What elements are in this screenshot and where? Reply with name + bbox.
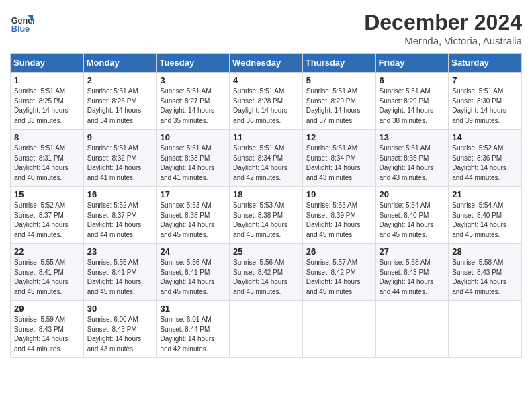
day-header-saturday: Saturday <box>449 54 522 73</box>
day-number: 13 <box>380 132 445 142</box>
calendar-cell: 11 Sunrise: 5:51 AMSunset: 8:34 PMDaylig… <box>230 130 303 187</box>
calendar-cell: 29 Sunrise: 5:59 AMSunset: 8:43 PMDaylig… <box>11 301 84 358</box>
day-detail: Sunrise: 5:55 AMSunset: 8:41 PMDaylight:… <box>87 259 142 295</box>
day-detail: Sunrise: 5:59 AMSunset: 8:43 PMDaylight:… <box>14 316 69 353</box>
calendar-cell: 26 Sunrise: 5:57 AMSunset: 8:42 PMDaylig… <box>302 244 375 301</box>
day-header-friday: Friday <box>375 54 449 73</box>
day-detail: Sunrise: 5:51 AMSunset: 8:35 PMDaylight:… <box>380 144 434 181</box>
calendar-cell: 12 Sunrise: 5:51 AMSunset: 8:34 PMDaylig… <box>302 130 375 187</box>
calendar-cell: 10 Sunrise: 5:51 AMSunset: 8:33 PMDaylig… <box>157 130 230 187</box>
calendar-cell: 30 Sunrise: 6:00 AMSunset: 8:43 PMDaylig… <box>83 301 157 358</box>
day-number: 4 <box>233 75 299 85</box>
day-number: 10 <box>160 132 226 142</box>
day-number: 16 <box>87 189 153 199</box>
day-detail: Sunrise: 5:53 AMSunset: 8:38 PMDaylight:… <box>160 201 214 238</box>
day-number: 22 <box>14 246 80 257</box>
day-number: 14 <box>452 132 518 142</box>
day-detail: Sunrise: 5:52 AMSunset: 8:37 PMDaylight:… <box>87 201 142 238</box>
calendar-cell: 23 Sunrise: 5:55 AMSunset: 8:41 PMDaylig… <box>83 244 157 301</box>
calendar-cell: 7 Sunrise: 5:51 AMSunset: 8:30 PMDayligh… <box>449 73 522 130</box>
day-detail: Sunrise: 5:58 AMSunset: 8:43 PMDaylight:… <box>380 259 434 295</box>
month-title: December 2024 <box>364 10 522 35</box>
day-number: 20 <box>380 189 445 199</box>
day-number: 7 <box>452 75 518 85</box>
calendar-cell: 20 Sunrise: 5:54 AMSunset: 8:40 PMDaylig… <box>375 187 449 244</box>
calendar-cell: 6 Sunrise: 5:51 AMSunset: 8:29 PMDayligh… <box>375 73 449 130</box>
day-detail: Sunrise: 5:51 AMSunset: 8:29 PMDaylight:… <box>306 87 361 124</box>
day-number: 8 <box>14 132 80 142</box>
day-detail: Sunrise: 5:54 AMSunset: 8:40 PMDaylight:… <box>452 201 506 238</box>
calendar-cell: 22 Sunrise: 5:55 AMSunset: 8:41 PMDaylig… <box>11 244 84 301</box>
calendar-cell: 8 Sunrise: 5:51 AMSunset: 8:31 PMDayligh… <box>11 130 84 187</box>
day-detail: Sunrise: 5:56 AMSunset: 8:42 PMDaylight:… <box>233 259 287 295</box>
calendar-cell <box>375 301 449 358</box>
day-header-tuesday: Tuesday <box>157 54 230 73</box>
calendar-week-row: 22 Sunrise: 5:55 AMSunset: 8:41 PMDaylig… <box>11 244 522 301</box>
day-number: 2 <box>87 75 153 85</box>
location-title: Mernda, Victoria, Australia <box>364 35 522 46</box>
day-header-thursday: Thursday <box>302 54 375 73</box>
calendar-cell: 16 Sunrise: 5:52 AMSunset: 8:37 PMDaylig… <box>83 187 157 244</box>
day-detail: Sunrise: 5:51 AMSunset: 8:26 PMDaylight:… <box>87 87 142 124</box>
calendar-cell: 24 Sunrise: 5:56 AMSunset: 8:41 PMDaylig… <box>157 244 230 301</box>
day-number: 18 <box>233 189 299 199</box>
calendar-header-row: SundayMondayTuesdayWednesdayThursdayFrid… <box>11 54 522 73</box>
day-header-monday: Monday <box>83 54 157 73</box>
day-number: 31 <box>160 304 226 314</box>
calendar-cell: 19 Sunrise: 5:53 AMSunset: 8:39 PMDaylig… <box>302 187 375 244</box>
calendar-cell: 5 Sunrise: 5:51 AMSunset: 8:29 PMDayligh… <box>302 73 375 130</box>
day-number: 27 <box>380 246 445 257</box>
day-number: 17 <box>160 189 226 199</box>
day-number: 21 <box>452 189 518 199</box>
calendar-cell: 2 Sunrise: 5:51 AMSunset: 8:26 PMDayligh… <box>83 73 157 130</box>
day-detail: Sunrise: 5:53 AMSunset: 8:39 PMDaylight:… <box>306 201 361 238</box>
calendar-cell: 14 Sunrise: 5:52 AMSunset: 8:36 PMDaylig… <box>449 130 522 187</box>
calendar-week-row: 15 Sunrise: 5:52 AMSunset: 8:37 PMDaylig… <box>11 187 522 244</box>
day-number: 26 <box>306 246 372 257</box>
day-detail: Sunrise: 5:51 AMSunset: 8:31 PMDaylight:… <box>14 144 69 181</box>
day-detail: Sunrise: 5:58 AMSunset: 8:43 PMDaylight:… <box>452 259 506 295</box>
day-detail: Sunrise: 5:56 AMSunset: 8:41 PMDaylight:… <box>160 259 214 295</box>
calendar-cell: 31 Sunrise: 6:01 AMSunset: 8:44 PMDaylig… <box>157 301 230 358</box>
calendar-cell: 27 Sunrise: 5:58 AMSunset: 8:43 PMDaylig… <box>375 244 449 301</box>
day-detail: Sunrise: 5:52 AMSunset: 8:36 PMDaylight:… <box>452 144 506 181</box>
calendar-cell: 4 Sunrise: 5:51 AMSunset: 8:28 PMDayligh… <box>230 73 303 130</box>
day-detail: Sunrise: 6:01 AMSunset: 8:44 PMDaylight:… <box>160 316 214 353</box>
day-detail: Sunrise: 5:51 AMSunset: 8:32 PMDaylight:… <box>87 144 142 181</box>
day-detail: Sunrise: 5:51 AMSunset: 8:25 PMDaylight:… <box>14 87 69 124</box>
calendar-cell: 3 Sunrise: 5:51 AMSunset: 8:27 PMDayligh… <box>157 73 230 130</box>
day-detail: Sunrise: 5:51 AMSunset: 8:33 PMDaylight:… <box>160 144 214 181</box>
day-number: 5 <box>306 75 372 85</box>
day-detail: Sunrise: 5:51 AMSunset: 8:28 PMDaylight:… <box>233 87 287 124</box>
calendar-cell: 28 Sunrise: 5:58 AMSunset: 8:43 PMDaylig… <box>449 244 522 301</box>
calendar-body: 1 Sunrise: 5:51 AMSunset: 8:25 PMDayligh… <box>11 73 522 358</box>
calendar-week-row: 29 Sunrise: 5:59 AMSunset: 8:43 PMDaylig… <box>11 301 522 358</box>
day-detail: Sunrise: 6:00 AMSunset: 8:43 PMDaylight:… <box>87 316 142 353</box>
day-number: 29 <box>14 304 80 314</box>
logo: General Blue <box>10 10 34 34</box>
calendar-cell <box>449 301 522 358</box>
calendar-cell: 9 Sunrise: 5:51 AMSunset: 8:32 PMDayligh… <box>83 130 157 187</box>
day-detail: Sunrise: 5:51 AMSunset: 8:34 PMDaylight:… <box>306 144 361 181</box>
day-number: 11 <box>233 132 299 142</box>
day-detail: Sunrise: 5:51 AMSunset: 8:29 PMDaylight:… <box>380 87 434 124</box>
calendar-cell <box>302 301 375 358</box>
day-number: 3 <box>160 75 226 85</box>
calendar-cell: 21 Sunrise: 5:54 AMSunset: 8:40 PMDaylig… <box>449 187 522 244</box>
day-detail: Sunrise: 5:51 AMSunset: 8:34 PMDaylight:… <box>233 144 287 181</box>
day-number: 24 <box>160 246 226 257</box>
title-area: December 2024 Mernda, Victoria, Australi… <box>364 10 522 46</box>
calendar-cell: 15 Sunrise: 5:52 AMSunset: 8:37 PMDaylig… <box>11 187 84 244</box>
day-number: 1 <box>14 75 80 85</box>
calendar-cell <box>230 301 303 358</box>
day-detail: Sunrise: 5:52 AMSunset: 8:37 PMDaylight:… <box>14 201 69 238</box>
day-number: 28 <box>452 246 518 257</box>
svg-text:Blue: Blue <box>11 24 30 34</box>
calendar-table: SundayMondayTuesdayWednesdayThursdayFrid… <box>10 53 522 358</box>
day-detail: Sunrise: 5:57 AMSunset: 8:42 PMDaylight:… <box>306 259 361 295</box>
day-number: 9 <box>87 132 153 142</box>
calendar-week-row: 1 Sunrise: 5:51 AMSunset: 8:25 PMDayligh… <box>11 73 522 130</box>
day-detail: Sunrise: 5:54 AMSunset: 8:40 PMDaylight:… <box>380 201 434 238</box>
calendar-cell: 1 Sunrise: 5:51 AMSunset: 8:25 PMDayligh… <box>11 73 84 130</box>
calendar-week-row: 8 Sunrise: 5:51 AMSunset: 8:31 PMDayligh… <box>11 130 522 187</box>
